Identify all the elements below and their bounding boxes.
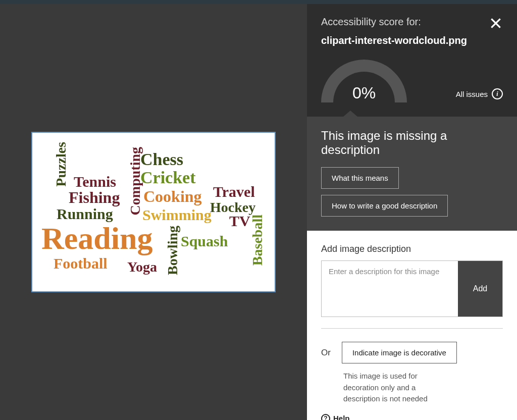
wordcloud-word: Puzzles — [54, 142, 68, 187]
wordcloud-word: Reading — [41, 223, 152, 254]
close-icon — [489, 17, 502, 30]
image-preview-pane: PuzzlesChessTennisCricketFishingCookingT… — [0, 4, 307, 420]
close-button[interactable] — [487, 14, 505, 32]
score-value: 0% — [352, 84, 376, 102]
description-input-row: Add — [321, 260, 503, 317]
app: PuzzlesChessTennisCricketFishingCookingT… — [0, 4, 517, 420]
filename: clipart-interest-wordcloud.png — [321, 35, 503, 46]
add-description-label: Add image description — [321, 244, 503, 254]
score-label: Accessibility score for: — [321, 16, 503, 28]
issue-block: This image is missing a description What… — [307, 117, 517, 231]
description-input[interactable] — [322, 261, 458, 317]
wordcloud-word: Fishing — [69, 189, 120, 205]
wordcloud-image: PuzzlesChessTennisCricketFishingCookingT… — [31, 132, 276, 292]
all-issues-label: All issues — [456, 90, 488, 98]
wordcloud-word: Running — [57, 206, 113, 222]
wordcloud-word: Travel — [213, 184, 255, 199]
score-gauge: 0% — [321, 60, 407, 102]
or-label: Or — [321, 348, 331, 358]
indicate-decorative-button[interactable]: Indicate image is decorative — [342, 342, 457, 363]
issue-title: This image is missing a description — [321, 129, 503, 157]
info-icon: i — [492, 88, 503, 99]
help-label: Help — [333, 414, 350, 420]
wordcloud-word: Football — [54, 256, 108, 271]
wordcloud-word: TV — [229, 214, 250, 229]
add-button[interactable]: Add — [458, 261, 502, 317]
wordcloud-word: Cooking — [143, 188, 202, 204]
wordcloud-word: Chess — [140, 151, 183, 168]
panel-header: Accessibility score for: clipart-interes… — [307, 4, 517, 117]
wordcloud-word: Yoga — [127, 260, 157, 274]
top-bar — [0, 0, 517, 4]
help-icon: ? — [321, 414, 330, 421]
wordcloud-word: Baseball — [250, 215, 265, 266]
wordcloud-word: Squash — [181, 234, 228, 249]
wordcloud-word: Swimming — [142, 207, 212, 223]
all-issues-link[interactable]: All issues i — [456, 88, 503, 99]
accessibility-panel: Accessibility score for: clipart-interes… — [307, 4, 517, 420]
decorative-note: This image is used for decoration only a… — [343, 371, 454, 405]
what-this-means-button[interactable]: What this means — [321, 167, 399, 189]
wordcloud-word: Bowling — [166, 226, 180, 275]
wordcloud-word: Tennis — [74, 174, 116, 189]
divider — [321, 328, 503, 329]
or-row: Or Indicate image is decorative — [321, 342, 503, 363]
how-to-write-button[interactable]: How to write a good description — [321, 195, 448, 217]
gauge-row: 0% All issues i — [321, 60, 503, 102]
wordcloud-word: Computing — [128, 147, 142, 215]
help-link[interactable]: ? Help — [321, 414, 503, 421]
description-form: Add image description Add Or Indicate im… — [307, 231, 517, 420]
wordcloud-word: Cricket — [140, 169, 196, 186]
